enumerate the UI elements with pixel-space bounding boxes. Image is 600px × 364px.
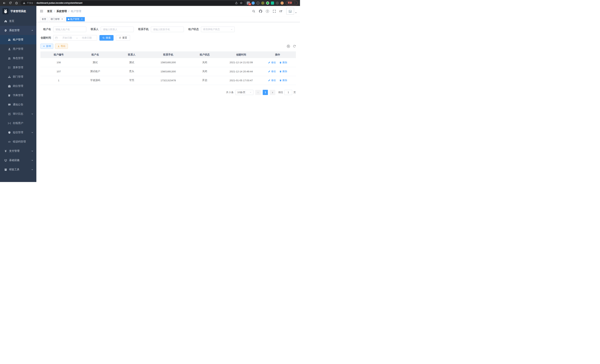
chevron-down-icon [250,91,252,93]
help-icon[interactable]: ? [266,10,269,13]
sidebar-item-infra[interactable]: 基础设施 [0,156,36,165]
sidebar-item-user[interactable]: 用户管理 [0,44,36,54]
sidebar-item-label: 部门管理 [13,75,23,78]
tenant-name-input[interactable] [53,27,86,32]
sidebar-item-label: 角色管理 [13,56,23,60]
sidebar-item-home[interactable]: 首页 [0,17,36,26]
badge-icon [8,84,11,88]
security-warning-icon[interactable] [23,2,25,4]
search-button[interactable]: 搜索 [99,35,113,41]
sidebar-item-menu[interactable]: 菜单管理 [0,63,36,72]
delete-link[interactable]: 删除 [279,79,287,82]
role-icon [8,57,11,60]
sidebar-item-error-code[interactable]: 错误码管理 [0,137,36,146]
cell-tenant-id: 1 [40,76,77,85]
add-button[interactable]: 新增 [40,44,53,49]
fullscreen-icon[interactable] [273,10,276,13]
cell-created: 2021-12-14 20:49:44 [223,67,260,76]
refresh-icon[interactable] [8,1,12,5]
breadcrumb-home[interactable]: 首页 [47,10,52,13]
search-icon[interactable] [252,10,255,13]
prev-page-button[interactable]: ‹ [255,90,261,95]
address-bar[interactable]: 不安全 dashboard.yudao.iocoder.cn/system/te… [21,1,245,5]
sidebar-item-audit-log[interactable]: 审计日志 [0,109,36,119]
sidebar-item-dict[interactable]: 字典管理 [0,91,36,100]
sidebar-item-tenant[interactable]: 租户管理 [0,35,36,44]
edit-link[interactable]: 修改 [268,61,276,64]
breadcrumb-separator: / [68,10,69,13]
url-text: dashboard.yudao.iocoder.cn/system/tenant [37,2,234,4]
sidebar-item-notice[interactable]: 通知公告 [0,100,36,109]
github-icon[interactable] [259,10,262,13]
sidebar-item-payment[interactable]: 支付管理 [0,146,36,156]
edit-link[interactable]: 修改 [268,79,276,82]
font-size-icon[interactable]: tT [280,10,282,13]
status-label: 租户状态 [188,28,199,31]
delete-link[interactable]: 删除 [279,61,287,64]
page-number-button[interactable]: 1 [263,90,268,95]
table-row: 108 测试 测试 15601691300 关闭 2021-12-14 21:0… [40,58,296,67]
extension-icon[interactable] [261,1,264,5]
breadcrumb: 首页 / 系统管理 / 租户管理 [47,10,81,13]
extension-icon[interactable] [276,1,279,5]
user-menu[interactable] [286,8,297,15]
chevron-down-icon [31,113,33,115]
logo-image [2,8,9,14]
sidebar-item-dev-tools[interactable]: 研发工具 [0,165,36,174]
cell-mobile: 15601691300 [150,58,187,67]
delete-link[interactable]: 删除 [279,70,287,73]
goto-page-input[interactable] [284,90,292,95]
sidebar-item-dept[interactable]: 部门管理 [0,72,36,82]
extension-icon[interactable] [271,1,274,5]
export-button-label: 导出 [61,45,66,48]
table-row: 1 芋道源码 芋艿 17321315478 开启 2021-01-05 17:0… [40,76,296,85]
page-content: 租户名 联系人 联系手机 租户状态 请选择租户状态 [36,22,300,182]
profile-avatar-icon[interactable] [281,1,284,5]
security-label: 不安全 [27,2,33,4]
extension-icon[interactable] [256,1,260,5]
sidebar-item-online-user[interactable]: 在线用户 [0,119,36,128]
close-icon[interactable]: × [61,18,64,21]
column-header: 租户编号 [40,51,77,58]
home-icon[interactable] [14,1,19,5]
sidebar-item-post[interactable]: 岗位管理 [0,82,36,91]
tab-dept[interactable]: 部门管理 × [49,17,65,21]
mobile-input[interactable] [151,27,184,32]
edit-link[interactable]: 修改 [268,70,276,73]
goto-label: 前往 [278,91,283,94]
sidebar-item-sms[interactable]: 短信管理 [0,128,36,137]
sidebar-collapse-icon[interactable] [40,9,44,13]
create-time-range-picker[interactable]: 开始日期 - 结束日期 [53,35,97,41]
export-button[interactable]: 导出 [55,44,68,49]
next-page-button[interactable]: › [270,90,275,95]
page-suffix-label: 页 [293,91,296,94]
caret-down-icon [295,12,297,14]
refresh-table-button[interactable] [293,45,296,48]
close-icon[interactable]: × [81,18,83,21]
app-logo[interactable]: 芋道管理系统 [0,6,36,17]
share-icon[interactable] [235,2,238,4]
sidebar-item-role[interactable]: 角色管理 [0,54,36,63]
reset-button[interactable]: 重置 [116,35,130,41]
page-size-value: 10条/页 [237,91,245,94]
extension-icon[interactable]: 10 [247,1,250,5]
sidebar-item-system[interactable]: 系统管理 [0,26,36,35]
table-header-row: 租户编号 租户名 联系人 联系手机 租户状态 创建时间 操作 [40,51,296,58]
sidebar-item-label: 系统管理 [9,29,19,32]
tab-tenant[interactable]: 租户管理 × [66,17,85,21]
status-select[interactable]: 请选择租户状态 [201,27,235,32]
extension-icon[interactable] [266,1,269,5]
breadcrumb-system[interactable]: 系统管理 [56,10,67,13]
tab-label: 部门管理 [51,18,60,21]
screen: 不安全 dashboard.yudao.iocoder.cn/system/te… [0,0,300,182]
browser-update-chip[interactable]: 更新 ⋮ [286,1,298,5]
toggle-search-button[interactable] [287,45,290,48]
cell-mobile: 17321315478 [150,76,187,85]
page-size-select[interactable]: 10条/页 [235,90,253,95]
bookmark-star-icon[interactable] [240,2,243,4]
end-date-placeholder: 结束日期 [78,36,95,39]
tab-home[interactable]: 首页 [40,17,48,21]
extension-icon[interactable] [252,1,255,5]
back-icon[interactable] [2,1,6,5]
contact-input[interactable] [101,27,134,32]
